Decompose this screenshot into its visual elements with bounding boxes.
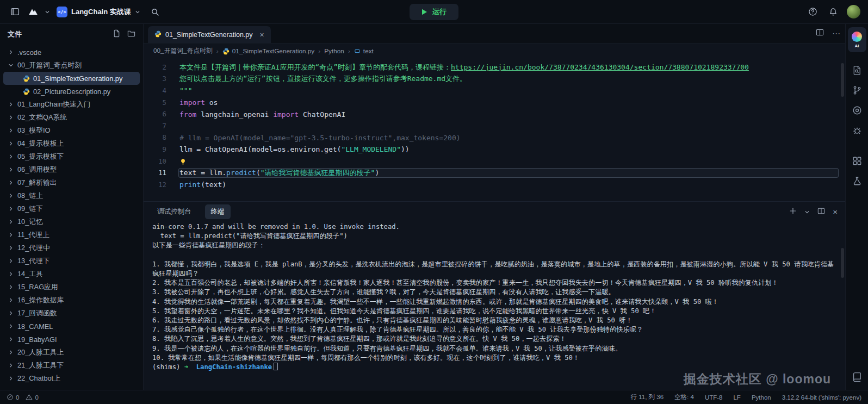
new-terminal-icon[interactable] (789, 207, 797, 217)
editor-tab[interactable]: 01_SimpleTextGeneration.py × (148, 26, 271, 43)
tree-folder[interactable]: 18_CAMEL (3, 320, 140, 333)
status-item[interactable]: LF (733, 394, 740, 401)
tree-folder[interactable]: 17_回调函数 (3, 307, 140, 320)
chevron-icon (8, 297, 14, 303)
tree-folder[interactable]: 10_记忆 (3, 215, 140, 228)
editor-scrollbar[interactable] (841, 63, 844, 97)
lightbulb-icon[interactable] (179, 158, 187, 165)
split-editor-icon[interactable] (816, 28, 824, 39)
close-panel-icon[interactable]: × (833, 208, 838, 216)
sidebar-toggle-icon[interactable] (8, 5, 22, 19)
errors-indicator[interactable]: 0 (7, 394, 19, 401)
line-number: 6 (144, 110, 178, 118)
breadcrumb-item[interactable]: 00_开篇词_奇点时刻 (153, 47, 213, 55)
code-line[interactable]: 7 (144, 120, 845, 132)
status-item[interactable]: Python (752, 394, 771, 401)
code-line[interactable]: 5import os (144, 97, 845, 109)
chevron-icon (8, 49, 14, 55)
tree-folder[interactable]: 14_工具 (3, 268, 140, 281)
panel-tab[interactable]: 调试控制台 (151, 204, 197, 219)
testing-beaker-icon[interactable] (848, 172, 866, 190)
panel-tab[interactable]: 终端 (205, 204, 231, 219)
tree-folder[interactable]: 21_人脉工具下 (3, 359, 140, 372)
tree-folder[interactable]: 16_操作数据库 (3, 294, 140, 307)
terminal-line: 以下是一些肯德基疯狂星期四的段子： (152, 241, 836, 250)
tree-folder[interactable]: .vscode (3, 46, 140, 59)
new-folder-icon[interactable] (127, 29, 135, 39)
avatar[interactable] (847, 5, 860, 18)
breadcrumb-item[interactable]: text (354, 47, 374, 55)
tree-folder[interactable]: 09_链下 (3, 202, 140, 215)
code-line[interactable]: 2本文件是【开篇词｜带你亲证AI应用开发的“奇点”时刻】章节的配套代码，课程链接… (144, 61, 845, 73)
new-file-icon[interactable] (113, 29, 121, 39)
tree-folder[interactable]: 03_模型IO (3, 124, 140, 137)
tree-item-label: 20_人脉工具上 (17, 348, 64, 357)
code-line[interactable]: 9llm = ChatOpenAI(model=os.environ.get("… (144, 144, 845, 156)
warnings-indicator[interactable]: 0 (26, 394, 38, 401)
split-panel-icon[interactable] (817, 207, 825, 217)
tree-item-label: 03_模型IO (17, 126, 50, 135)
run-button[interactable]: 运行 (410, 4, 458, 20)
chevron-down-icon[interactable] (804, 207, 810, 217)
bottom-panel: 调试控制台终端 × ain-core 0.1.7 a (144, 201, 845, 390)
terminal-line: 2. 我本是五百强公司的老总，却被诡计多端的奸人所害！亲信背叛我！家人逐我！甚至… (152, 278, 836, 288)
terminal[interactable]: ain-core 0.1.7 and will be removed in 1.… (144, 222, 845, 390)
more-actions-icon[interactable]: ⋯ (832, 29, 841, 39)
tree-folder[interactable]: 07_解析输出 (3, 176, 140, 189)
ai-assistant-button[interactable]: AI (848, 27, 866, 52)
tree-folder[interactable]: 12_代理中 (3, 241, 140, 254)
tree-folder[interactable]: 20_人脉工具上 (3, 346, 140, 359)
tree-folder[interactable]: 05_提示模板下 (3, 150, 140, 163)
tree-file[interactable]: 02_PictureDescription.py (3, 85, 140, 98)
ai-label: AI (855, 43, 859, 48)
tree-folder[interactable]: 02_文档QA系统 (3, 111, 140, 124)
tree-file[interactable]: 01_SimpleTextGeneration.py (3, 72, 140, 85)
debug-bug-icon[interactable] (848, 122, 866, 139)
chevron-icon (8, 245, 14, 251)
tree-item-label: 09_链下 (17, 204, 43, 214)
terminal-cursor (274, 363, 278, 370)
tree-folder[interactable]: 08_链上 (3, 189, 140, 202)
breadcrumb-item[interactable]: 01_SimpleTextGeneration.py (222, 47, 314, 55)
status-item[interactable]: 行 11, 列 36 (631, 393, 664, 401)
terminal-scrollbar[interactable] (841, 248, 844, 278)
code-line[interactable]: 8# llm = OpenAI(model_name="gpt-3.5-turb… (144, 132, 845, 144)
help-icon[interactable] (805, 5, 820, 19)
tree-folder[interactable]: 00_开篇词_奇点时刻 (3, 59, 140, 72)
tree-folder[interactable]: 06_调用模型 (3, 163, 140, 176)
notifications-bell-icon[interactable] (826, 5, 840, 19)
warning-icon (26, 394, 33, 401)
chevron-down-icon[interactable] (45, 9, 50, 15)
breadcrumb-item[interactable]: Python (324, 47, 344, 55)
terminal-prompt[interactable]: (shims) ➜ LangChain-shizhanke (152, 363, 836, 372)
extensions-icon[interactable] (848, 152, 866, 170)
status-item[interactable]: 3.12.2 64-bit ('shims': pyenv) (782, 394, 861, 401)
file-search-icon[interactable] (848, 61, 866, 79)
close-tab-icon[interactable]: × (260, 31, 264, 39)
app-logo-icon[interactable] (26, 5, 40, 19)
tree-folder[interactable]: 04_提示模板上 (3, 137, 140, 150)
code-line[interactable]: 3您可以点击最上方的“运行”按钮，直接运行该文件，更多操作指引请参考Readme… (144, 73, 845, 85)
statusbar-left: 0 0 (7, 394, 39, 401)
docs-book-icon[interactable] (848, 368, 866, 386)
code-line[interactable]: 10 (144, 156, 845, 167)
source-control-icon[interactable] (848, 82, 866, 99)
status-item[interactable]: 空格: 4 (674, 393, 694, 401)
project-selector[interactable]: </> LangChain 实战课 (57, 7, 140, 17)
tree-folder[interactable]: 22_Chatbot上 (3, 372, 140, 385)
code-editor[interactable]: 2本文件是【开篇词｜带你亲证AI应用开发的“奇点”时刻】章节的配套代码，课程链接… (144, 59, 845, 201)
live-preview-icon[interactable] (848, 102, 866, 119)
code-line[interactable]: 6from langchain_openai import ChatOpenAI (144, 108, 845, 120)
code-line[interactable]: 11text = llm.predict("请给我写肯德基疯狂星期四的段子") (144, 167, 845, 179)
tree-folder[interactable]: 01_LangChain快速入门 (3, 98, 140, 111)
code-line[interactable]: 4""" (144, 85, 845, 97)
tree-folder[interactable]: 15_RAG应用 (3, 281, 140, 294)
tree-item-label: 21_人脉工具下 (17, 361, 64, 370)
tree-folder[interactable]: 11_代理上 (3, 228, 140, 241)
code-line[interactable]: 12print(text) (144, 179, 845, 191)
search-icon[interactable] (148, 5, 162, 19)
tree-folder[interactable]: 13_代理下 (3, 254, 140, 268)
status-item[interactable]: UTF-8 (705, 394, 723, 401)
tree-folder[interactable]: 19_BabyAGI (3, 333, 140, 346)
terminal-line (152, 251, 836, 260)
